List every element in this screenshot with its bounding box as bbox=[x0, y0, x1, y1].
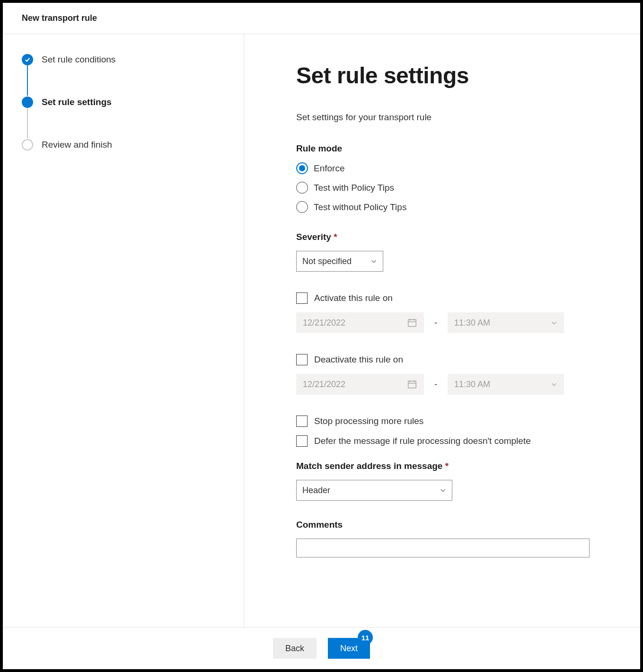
step-set-rule-conditions[interactable]: Set rule conditions bbox=[22, 53, 225, 66]
calendar-icon bbox=[407, 318, 417, 328]
radio-enforce[interactable]: Enforce bbox=[296, 162, 612, 174]
dialog-header: New transport rule bbox=[3, 3, 640, 34]
comments-section: Comments bbox=[296, 520, 612, 557]
match-sender-label-text: Match sender address in message bbox=[296, 461, 442, 471]
check-icon bbox=[22, 54, 33, 65]
defer-message-row: Defer the message if rule processing doe… bbox=[296, 435, 612, 447]
deactivate-checkbox-row: Deactivate this rule on bbox=[296, 354, 612, 365]
main-content: Set rule settings Set settings for your … bbox=[244, 34, 640, 627]
back-button[interactable]: Back bbox=[273, 638, 317, 659]
next-button[interactable]: Next 11 bbox=[328, 638, 370, 659]
chevron-down-icon bbox=[440, 487, 446, 494]
activate-time-select[interactable]: 11:30 AM bbox=[448, 312, 564, 333]
page-title: Set rule settings bbox=[296, 62, 612, 88]
chevron-down-icon bbox=[551, 319, 557, 326]
svg-rect-1 bbox=[408, 381, 416, 388]
radio-label: Test without Policy Tips bbox=[314, 202, 406, 212]
radio-label: Enforce bbox=[314, 163, 344, 174]
step-review-and-finish[interactable]: Review and finish bbox=[22, 138, 225, 151]
required-marker: * bbox=[445, 461, 449, 471]
deactivate-checkbox[interactable] bbox=[296, 354, 308, 365]
stop-processing-checkbox[interactable] bbox=[296, 416, 308, 427]
date-value: 12/21/2022 bbox=[303, 318, 345, 328]
select-value: Not specified bbox=[302, 256, 352, 266]
page-description: Set settings for your transport rule bbox=[296, 112, 612, 123]
severity-select[interactable]: Not specified bbox=[296, 251, 383, 272]
comments-label: Comments bbox=[296, 520, 612, 530]
radio-icon bbox=[296, 182, 308, 194]
step-connector bbox=[27, 108, 28, 138]
deactivate-date-input[interactable]: 12/21/2022 bbox=[296, 374, 424, 395]
match-sender-select[interactable]: Header bbox=[296, 480, 452, 501]
deactivate-time-select[interactable]: 11:30 AM bbox=[448, 374, 564, 395]
pending-step-icon bbox=[22, 139, 33, 150]
datetime-separator: - bbox=[434, 380, 437, 389]
chevron-down-icon bbox=[370, 258, 377, 265]
rule-mode-label: Rule mode bbox=[296, 143, 612, 154]
next-button-label: Next bbox=[340, 644, 358, 653]
step-set-rule-settings[interactable]: Set rule settings bbox=[22, 96, 225, 109]
activate-checkbox[interactable] bbox=[296, 292, 308, 304]
rule-mode-group: Enforce Test with Policy Tips Test witho… bbox=[296, 162, 612, 213]
step-label: Set rule conditions bbox=[42, 54, 115, 65]
severity-label: Severity * bbox=[296, 232, 612, 242]
stop-processing-label: Stop processing more rules bbox=[314, 416, 423, 426]
dialog-footer: Back Next 11 bbox=[3, 627, 640, 669]
chevron-down-icon bbox=[551, 381, 557, 388]
radio-icon bbox=[296, 162, 308, 174]
activate-datetime: 12/21/2022 - 11:30 AM bbox=[296, 312, 612, 333]
datetime-separator: - bbox=[434, 318, 437, 328]
dialog-title: New transport rule bbox=[22, 13, 97, 23]
severity-label-text: Severity bbox=[296, 232, 331, 242]
step-label: Review and finish bbox=[42, 140, 112, 150]
date-value: 12/21/2022 bbox=[303, 380, 345, 389]
deactivate-label: Deactivate this rule on bbox=[314, 354, 403, 365]
radio-test-without-tips[interactable]: Test without Policy Tips bbox=[296, 201, 612, 213]
match-sender-label: Match sender address in message * bbox=[296, 461, 612, 471]
activate-date-input[interactable]: 12/21/2022 bbox=[296, 312, 424, 333]
select-value: Header bbox=[302, 486, 330, 495]
radio-icon bbox=[296, 201, 308, 213]
defer-message-label: Defer the message if rule processing doe… bbox=[314, 436, 531, 446]
svg-rect-0 bbox=[408, 319, 416, 326]
comments-input[interactable] bbox=[296, 539, 590, 557]
stop-processing-row: Stop processing more rules bbox=[296, 416, 612, 427]
time-value: 11:30 AM bbox=[454, 318, 490, 328]
activate-checkbox-row: Activate this rule on bbox=[296, 292, 612, 304]
time-value: 11:30 AM bbox=[454, 380, 490, 389]
dialog-body: Set rule conditions Set rule settings Re… bbox=[3, 34, 640, 627]
step-label: Set rule settings bbox=[42, 97, 112, 107]
wizard-steps: Set rule conditions Set rule settings Re… bbox=[3, 34, 244, 627]
current-step-icon bbox=[22, 97, 33, 108]
radio-test-with-tips[interactable]: Test with Policy Tips bbox=[296, 182, 612, 194]
required-marker: * bbox=[334, 232, 337, 242]
deactivate-datetime: 12/21/2022 - 11:30 AM bbox=[296, 374, 612, 395]
step-badge: 11 bbox=[358, 630, 373, 645]
defer-message-checkbox[interactable] bbox=[296, 435, 308, 447]
radio-label: Test with Policy Tips bbox=[314, 183, 394, 193]
activate-label: Activate this rule on bbox=[314, 293, 393, 303]
calendar-icon bbox=[407, 379, 417, 389]
step-connector bbox=[27, 65, 28, 96]
